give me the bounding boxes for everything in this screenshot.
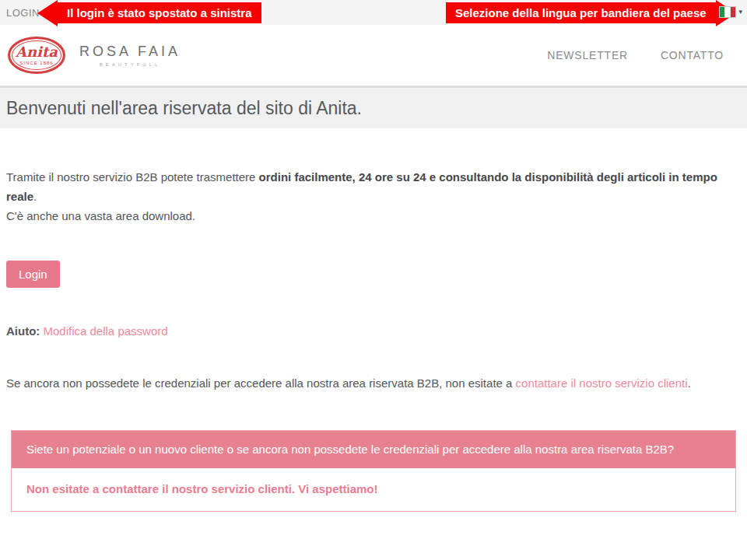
intro-period: . — [33, 190, 37, 203]
cta-line: Se ancora non possedete le credenziali p… — [6, 376, 741, 390]
header-nav: NEWSLETTER CONTATTO — [547, 49, 724, 61]
intro-text-line2: C'è anche una vasta area download. — [6, 209, 195, 222]
cta-text: Se ancora non possedete le credenziali p… — [6, 376, 516, 390]
language-selector[interactable]: ▾ — [719, 6, 742, 18]
customer-panel-body: Non esitate a contattare il nostro servi… — [12, 468, 735, 511]
page-title-strip: Benvenuti nell'area riservata del sito d… — [0, 86, 747, 128]
rosa-faia-text: ROSA FAIA — [79, 44, 181, 60]
rosa-faia-logo: ROSA FAIA BEAUTYFULL — [79, 44, 181, 67]
annotation-language-text: Selezione della lingua per bandiera del … — [455, 6, 707, 19]
anita-oval-logo-icon: Anita SINCE 1886 — [8, 37, 65, 74]
cta-period: . — [688, 376, 691, 390]
main-content: Tramite il nostro servizio B2B potete tr… — [0, 167, 747, 512]
anita-logo[interactable]: Anita SINCE 1886 ROSA FAIA BEAUTYFULL — [8, 37, 181, 74]
change-password-link[interactable]: Modifica della password — [44, 324, 168, 338]
help-line: Aiuto: Modifica della password — [6, 324, 741, 338]
nav-newsletter[interactable]: NEWSLETTER — [547, 49, 628, 61]
login-link[interactable]: LOGIN — [6, 7, 40, 19]
customer-panel: Siete un potenziale o un nuovo cliente o… — [11, 430, 736, 512]
help-label: Aiuto: — [6, 324, 40, 338]
site-header: Anita SINCE 1886 ROSA FAIA BEAUTYFULL NE… — [0, 25, 747, 86]
intro-paragraph: Tramite il nostro servizio B2B potete tr… — [6, 167, 741, 226]
nav-contatto[interactable]: CONTATTO — [661, 49, 724, 61]
intro-text-normal: Tramite il nostro servizio B2B potete tr… — [6, 170, 259, 184]
page-title: Benvenuti nell'area riservata del sito d… — [6, 98, 362, 119]
customer-panel-header: Siete un potenziale o un nuovo cliente o… — [12, 431, 735, 468]
topbar: LOGIN Il login è stato spostato a sinist… — [0, 0, 747, 25]
annotation-login-text: Il login è stato spostato a sinistra — [67, 6, 252, 19]
logo-brand-text: Anita — [16, 45, 58, 59]
chevron-down-icon: ▾ — [738, 9, 742, 16]
italy-flag-icon — [719, 6, 736, 18]
login-button[interactable]: Login — [6, 261, 60, 288]
rosa-faia-subtext: BEAUTYFULL — [79, 62, 181, 67]
annotation-language-callout: Selezione della lingua per bandiera del … — [446, 2, 716, 23]
logo-since-text: SINCE 1886 — [19, 61, 53, 65]
annotation-login-callout: Il login è stato spostato a sinistra — [58, 2, 261, 23]
contact-service-link[interactable]: contattare il nostro servizio clienti — [516, 376, 688, 390]
